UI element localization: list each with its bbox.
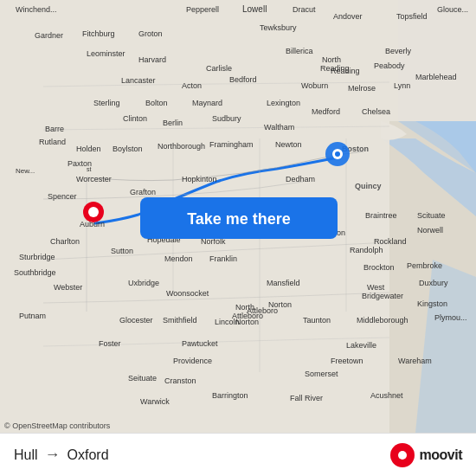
bottom-bar: Hull → Oxford moovit [0,433,476,476]
svg-text:Providence: Providence [173,357,212,365]
moovit-icon [390,443,415,467]
svg-text:Woburn: Woburn [301,81,328,90]
svg-point-111 [335,151,340,157]
svg-text:Southbridge: Southbridge [14,268,56,277]
svg-text:Pepperell: Pepperell [186,5,219,14]
svg-text:Somerset: Somerset [305,370,338,378]
svg-text:Sterling: Sterling [93,99,120,107]
svg-text:Barre: Barre [45,125,64,133]
origin-label: Hull [14,447,38,463]
svg-text:Bedford: Bedford [229,75,257,84]
svg-text:© OpenStreetMap contributors: © OpenStreetMap contributors [4,421,111,430]
svg-text:Winchend...: Winchend... [16,5,57,14]
svg-text:Fall River: Fall River [290,394,323,402]
svg-text:Dracut: Dracut [293,5,316,14]
svg-text:Foster: Foster [99,339,121,348]
svg-text:Waltham: Waltham [264,123,294,132]
svg-text:Beverly: Beverly [385,47,412,55]
svg-point-108 [88,207,99,217]
svg-text:Warwick: Warwick [140,397,170,406]
svg-text:Barrington: Barrington [212,391,248,400]
svg-text:Middleborough: Middleborough [357,316,408,325]
svg-text:Lexington: Lexington [267,99,300,107]
svg-text:Andover: Andover [333,12,363,21]
svg-text:Scituate: Scituate [417,211,446,220]
svg-text:West: West [367,283,385,292]
svg-text:st: st [87,166,92,172]
svg-text:Brockton: Brockton [363,263,395,272]
moovit-text: moovit [420,447,462,463]
svg-text:Lancaster: Lancaster [121,76,156,85]
svg-text:Bridgewater: Bridgewater [362,292,403,300]
svg-text:Smithfield: Smithfield [163,316,197,325]
svg-text:Dedham: Dedham [286,175,315,183]
svg-text:Spencer: Spencer [48,192,77,201]
svg-text:Grafton: Grafton [130,188,156,196]
svg-text:Acton: Acton [182,81,202,90]
svg-text:Lincoln: Lincoln [215,318,240,326]
svg-text:Woonsocket: Woonsocket [166,289,209,298]
svg-text:Glouce...: Glouce... [437,5,468,14]
svg-text:Norwell: Norwell [417,226,443,235]
svg-text:Bolton: Bolton [145,99,168,107]
svg-text:Chelsea: Chelsea [362,107,390,116]
svg-text:Seituate: Seituate [128,374,157,383]
svg-text:Northborough: Northborough [158,142,205,151]
svg-text:Fitchburg: Fitchburg [82,29,115,38]
svg-text:Peabody: Peabody [374,61,405,70]
svg-text:Mendon: Mendon [164,254,193,263]
svg-text:Sutton: Sutton [111,247,133,255]
destination-label: Oxford [68,447,109,463]
svg-text:Cranston: Cranston [164,376,196,385]
svg-text:Mansfield: Mansfield [267,279,300,287]
svg-text:Take me there: Take me there [187,210,291,228]
svg-text:Pembroke: Pembroke [407,261,442,270]
svg-text:Braintree: Braintree [365,211,397,220]
route-info: Hull → Oxford [14,446,109,464]
svg-text:Billerica: Billerica [286,47,313,55]
svg-text:Plymou...: Plymou... [434,313,467,322]
svg-text:Randolph: Randolph [350,246,383,254]
svg-text:Groton: Groton [138,29,163,38]
svg-text:Taunton: Taunton [303,316,331,325]
svg-text:Lynn: Lynn [394,81,410,90]
svg-text:Topsfield: Topsfield [396,12,428,21]
svg-text:Berlin: Berlin [163,119,183,127]
svg-text:Medford: Medford [312,107,340,116]
route-arrow-icon: → [45,446,61,464]
svg-text:Lakeville: Lakeville [346,341,376,350]
svg-text:North: North [322,55,341,64]
svg-text:Holden: Holden [76,145,101,153]
svg-text:Melrose: Melrose [348,84,376,93]
svg-text:Rockland: Rockland [374,237,407,246]
svg-text:Carlisle: Carlisle [206,64,232,73]
map-container: Lowell Winchend... Gardner Fitchburg Gro… [0,0,476,433]
svg-text:Charlton: Charlton [50,237,80,246]
svg-text:Hopkinton: Hopkinton [182,175,217,183]
svg-text:Gardner: Gardner [35,31,63,40]
svg-text:Maynard: Maynard [192,99,222,107]
svg-text:Franklin: Franklin [209,254,237,263]
svg-text:Pawtucket: Pawtucket [182,339,218,348]
svg-text:New...: New... [16,167,35,175]
svg-text:Leominster: Leominster [87,49,125,58]
svg-text:Sturbridge: Sturbridge [19,253,55,261]
svg-text:Sudbury: Sudbury [212,114,241,123]
svg-text:Putnam: Putnam [19,312,46,320]
svg-text:Acushnet: Acushnet [370,391,403,400]
moovit-logo: moovit [390,443,462,467]
svg-text:Worcester: Worcester [76,175,112,183]
svg-text:Newton: Newton [275,140,302,149]
svg-text:Freetown: Freetown [331,357,363,365]
svg-text:Kingston: Kingston [417,299,447,308]
svg-text:Marblehead: Marblehead [415,73,457,81]
svg-text:Reading: Reading [331,67,360,75]
svg-text:Duxbury: Duxbury [419,279,448,287]
svg-text:Rutland: Rutland [39,138,66,146]
svg-text:Quincy: Quincy [355,182,382,190]
svg-text:Boylston: Boylston [113,145,143,153]
svg-text:Webster: Webster [54,283,82,292]
svg-text:Framingham: Framingham [209,140,254,149]
svg-text:Norton: Norton [268,300,292,309]
svg-text:Lowell: Lowell [242,4,267,14]
